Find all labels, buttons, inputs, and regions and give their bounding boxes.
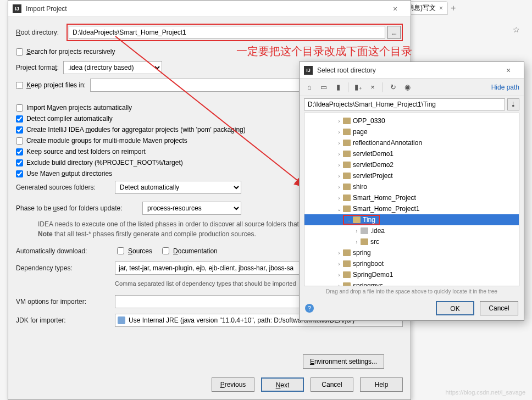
tree-item-reflectionandannotation[interactable]: ›reflectionandAnnotation (304, 137, 519, 148)
tree-item-label: servletDemo1 (353, 150, 394, 158)
desktop-icon[interactable]: ▭ (318, 82, 329, 93)
keep-source-label: Keep source and test folders on reimport (26, 148, 146, 155)
select-root-directory-dialog: IJ Select root directory × ⌂ ▭ ▮ ▮₊ × ↻ … (299, 62, 524, 321)
folder-icon (361, 238, 368, 245)
detect-compiler-checkbox[interactable] (16, 115, 23, 123)
home-icon[interactable]: ⌂ (304, 82, 315, 93)
generated-folders-select[interactable]: Detect automatically (115, 181, 241, 194)
phase-select[interactable]: process-resources (142, 202, 241, 215)
ok-button[interactable]: OK (436, 301, 474, 315)
chevron-down-icon[interactable]: ⌄ (335, 206, 343, 212)
help-button[interactable]: Help (360, 377, 403, 392)
download-icon[interactable]: ⭳ (507, 98, 519, 110)
chevron-right-icon[interactable]: › (335, 140, 343, 146)
new-tab-button[interactable]: + (451, 3, 456, 13)
help-icon[interactable]: ? (305, 304, 314, 313)
tree-item-springdemo1[interactable]: ›SpringDemo1 (304, 269, 519, 280)
folder-icon (343, 184, 351, 190)
new-folder-icon[interactable]: ▮₊ (353, 82, 364, 93)
tree-item-label: spring (353, 249, 371, 257)
exclude-build-label: Exclude build directory (%PROJECT_ROOT%/… (26, 159, 183, 166)
folder-icon (343, 162, 351, 168)
tree-item-label: servletDemo2 (353, 161, 394, 169)
chevron-right-icon[interactable]: › (335, 151, 343, 157)
path-input[interactable] (304, 98, 505, 110)
show-hidden-icon[interactable]: ◉ (402, 82, 413, 93)
directory-tree[interactable]: ›OPP_0330›page›reflectionandAnnotation›s… (304, 113, 519, 286)
keep-files-checkbox[interactable] (16, 82, 23, 89)
sub-cancel-button[interactable]: Cancel (480, 301, 518, 315)
previous-button[interactable]: Previous (212, 377, 254, 392)
tree-item-spring[interactable]: ›spring (304, 247, 519, 258)
folder-icon (343, 151, 351, 157)
next-button[interactable]: Next (261, 377, 304, 392)
tree-item-label: reflectionandAnnotation (353, 139, 422, 147)
documentation-checkbox[interactable] (162, 247, 169, 254)
folder-icon (343, 129, 351, 135)
browse-button[interactable]: ... (387, 26, 401, 39)
tree-item-label: src (370, 238, 379, 246)
chevron-right-icon[interactable]: › (353, 239, 361, 245)
tree-item-servletdemo1[interactable]: ›servletDemo1 (304, 148, 519, 159)
import-maven-checkbox[interactable] (16, 104, 23, 112)
bookmark-star-icon[interactable]: ☆ (513, 25, 520, 34)
refresh-icon[interactable]: ↻ (387, 82, 398, 93)
tab-close-icon[interactable]: × (439, 4, 443, 12)
tree-item-servletproject[interactable]: ›servletProject (304, 170, 519, 181)
tree-item-label: OPP_0330 (353, 117, 385, 125)
documentation-label: Documentation (173, 247, 218, 255)
chevron-right-icon[interactable]: ⌄ (345, 217, 353, 223)
keep-source-checkbox[interactable] (16, 148, 23, 155)
tree-item-springmvc[interactable]: ›springmvc (304, 280, 519, 286)
hide-path-link[interactable]: Hide path (491, 84, 519, 91)
tree-item-src[interactable]: ›src (304, 236, 519, 247)
chevron-right-icon[interactable]: › (335, 118, 343, 124)
delete-icon[interactable]: × (367, 82, 378, 93)
environment-settings-button[interactable]: Environment settings... (303, 354, 384, 369)
search-recursive-checkbox[interactable] (16, 48, 23, 55)
tree-item--idea[interactable]: ›.idea (304, 225, 519, 236)
tree-item-springboot[interactable]: ›springboot (304, 258, 519, 269)
tree-item-label: springboot (353, 260, 384, 268)
sources-checkbox[interactable] (117, 247, 124, 254)
folder-icon (343, 271, 351, 278)
tree-item-servletdemo2[interactable]: ›servletDemo2 (304, 159, 519, 170)
close-icon[interactable]: × (497, 66, 519, 75)
annotation-text: 一定要把这个目录改成下面这个目录 (236, 44, 412, 59)
folder-icon (343, 140, 351, 146)
project-format-select[interactable]: .idea (directory based) (63, 61, 162, 74)
generated-folders-label: Generated sources folders: (16, 184, 115, 191)
tree-item-label: Ting (363, 216, 375, 224)
chevron-right-icon[interactable]: › (335, 195, 343, 201)
tree-item-smart-home-project1[interactable]: ⌄Smart_Home_Project1 (304, 203, 519, 214)
chevron-right-icon[interactable]: › (335, 272, 343, 278)
cancel-button[interactable]: Cancel (311, 377, 353, 392)
chevron-right-icon[interactable]: › (335, 261, 343, 267)
create-modules-checkbox[interactable] (16, 126, 23, 134)
use-maven-output-checkbox[interactable] (16, 170, 23, 177)
close-icon[interactable]: × (384, 4, 406, 13)
create-modules-label: Create IntelliJ IDEA modules for aggrega… (26, 126, 246, 134)
tree-item-smart-home-project[interactable]: ›Smart_Home_Project (304, 192, 519, 203)
tree-item-page[interactable]: ›page (304, 126, 519, 137)
chevron-right-icon[interactable]: › (353, 228, 361, 234)
chevron-right-icon[interactable]: › (335, 173, 343, 179)
chevron-right-icon[interactable]: › (335, 129, 343, 135)
project-icon[interactable]: ▮ (332, 82, 343, 93)
create-groups-checkbox[interactable] (16, 137, 23, 145)
project-format-label: Project format: (16, 64, 59, 71)
divider (383, 82, 383, 92)
tree-item-opp-0330[interactable]: ›OPP_0330 (304, 115, 519, 126)
chevron-right-icon[interactable]: › (335, 162, 343, 168)
exclude-build-checkbox[interactable] (16, 159, 23, 166)
root-directory-input[interactable] (69, 26, 385, 39)
chevron-right-icon[interactable]: › (335, 250, 343, 256)
chevron-right-icon[interactable]: › (335, 184, 343, 190)
tree-item-shiro[interactable]: ›shiro (304, 181, 519, 192)
use-maven-output-label: Use Maven output directories (26, 170, 112, 177)
tree-item-label: shiro (353, 183, 367, 191)
intellij-logo-icon: IJ (13, 4, 21, 13)
tree-item-label: page (353, 128, 368, 136)
titlebar: IJ Import Project × (8, 1, 411, 17)
tree-item-ting[interactable]: ⌄Ting (304, 214, 519, 225)
